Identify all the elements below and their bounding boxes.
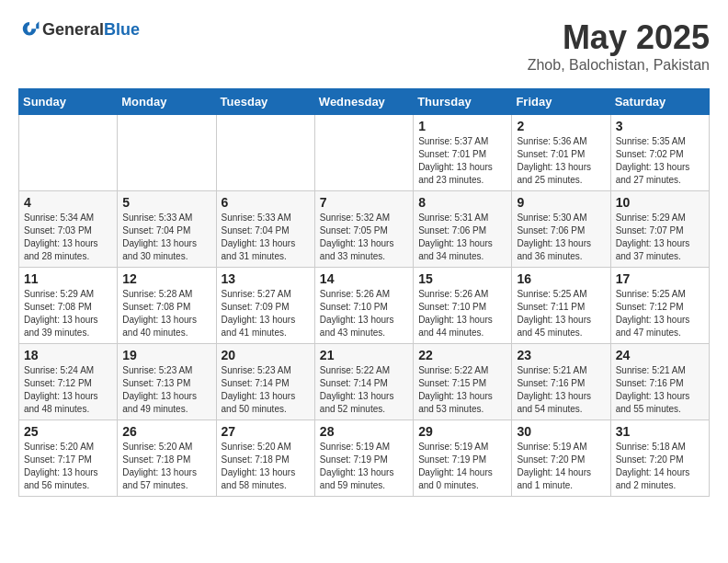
day-number: 14 [320, 271, 408, 286]
day-info: Sunrise: 5:21 AM Sunset: 7:16 PM Dayligh… [616, 364, 704, 416]
week-row-5: 25Sunrise: 5:20 AM Sunset: 7:17 PM Dayli… [19, 420, 710, 497]
weekday-header-monday: Monday [118, 89, 216, 115]
week-row-1: 1Sunrise: 5:37 AM Sunset: 7:01 PM Daylig… [19, 115, 710, 191]
day-info: Sunrise: 5:25 AM Sunset: 7:11 PM Dayligh… [517, 288, 605, 339]
week-row-3: 11Sunrise: 5:29 AM Sunset: 7:08 PM Dayli… [19, 268, 710, 344]
day-info: Sunrise: 5:37 AM Sunset: 7:01 PM Dayligh… [418, 135, 506, 187]
weekday-header-sunday: Sunday [19, 89, 118, 115]
day-number: 10 [616, 195, 704, 210]
location-title: Zhob, Balochistan, Pakistan [528, 57, 710, 74]
day-cell-19: 19Sunrise: 5:23 AM Sunset: 7:13 PM Dayli… [118, 344, 216, 420]
day-info: Sunrise: 5:34 AM Sunset: 7:03 PM Dayligh… [24, 212, 112, 263]
weekday-header-saturday: Saturday [610, 89, 709, 115]
calendar-table: SundayMondayTuesdayWednesdayThursdayFrid… [18, 88, 710, 497]
day-info: Sunrise: 5:19 AM Sunset: 7:19 PM Dayligh… [418, 441, 506, 492]
day-info: Sunrise: 5:23 AM Sunset: 7:13 PM Dayligh… [122, 364, 210, 416]
day-number: 20 [222, 348, 310, 362]
logo: GeneralBlue [18, 18, 140, 40]
day-number: 25 [24, 424, 112, 439]
day-info: Sunrise: 5:32 AM Sunset: 7:05 PM Dayligh… [320, 212, 408, 263]
week-row-4: 18Sunrise: 5:24 AM Sunset: 7:12 PM Dayli… [19, 344, 710, 420]
day-number: 6 [222, 195, 310, 210]
day-number: 18 [24, 348, 112, 362]
day-number: 27 [222, 424, 310, 439]
day-number: 1 [418, 119, 506, 133]
week-row-2: 4Sunrise: 5:34 AM Sunset: 7:03 PM Daylig… [19, 191, 710, 268]
day-info: Sunrise: 5:19 AM Sunset: 7:20 PM Dayligh… [517, 441, 605, 492]
day-info: Sunrise: 5:25 AM Sunset: 7:12 PM Dayligh… [616, 288, 704, 339]
day-cell-10: 10Sunrise: 5:29 AM Sunset: 7:07 PM Dayli… [610, 191, 709, 268]
day-cell-3: 3Sunrise: 5:35 AM Sunset: 7:02 PM Daylig… [610, 115, 709, 191]
day-cell-5: 5Sunrise: 5:33 AM Sunset: 7:04 PM Daylig… [118, 191, 216, 268]
day-info: Sunrise: 5:29 AM Sunset: 7:07 PM Dayligh… [616, 212, 704, 263]
day-cell-8: 8Sunrise: 5:31 AM Sunset: 7:06 PM Daylig… [414, 191, 512, 268]
day-cell-26: 26Sunrise: 5:20 AM Sunset: 7:18 PM Dayli… [118, 420, 216, 497]
logo-general-text: General [42, 20, 104, 39]
day-number: 15 [418, 271, 506, 286]
day-number: 17 [616, 271, 704, 286]
empty-cell [118, 115, 216, 191]
day-number: 9 [517, 195, 605, 210]
day-cell-16: 16Sunrise: 5:25 AM Sunset: 7:11 PM Dayli… [512, 268, 610, 344]
day-cell-17: 17Sunrise: 5:25 AM Sunset: 7:12 PM Dayli… [610, 268, 709, 344]
day-number: 3 [616, 119, 704, 133]
day-number: 11 [24, 271, 112, 286]
weekday-header-wednesday: Wednesday [314, 89, 413, 115]
day-info: Sunrise: 5:33 AM Sunset: 7:04 PM Dayligh… [222, 212, 310, 263]
day-cell-14: 14Sunrise: 5:26 AM Sunset: 7:10 PM Dayli… [314, 268, 413, 344]
weekday-header-row: SundayMondayTuesdayWednesdayThursdayFrid… [19, 89, 710, 115]
weekday-header-friday: Friday [512, 89, 610, 115]
day-info: Sunrise: 5:18 AM Sunset: 7:20 PM Dayligh… [616, 441, 704, 492]
day-number: 19 [122, 348, 210, 362]
day-info: Sunrise: 5:22 AM Sunset: 7:14 PM Dayligh… [320, 364, 408, 416]
day-info: Sunrise: 5:22 AM Sunset: 7:15 PM Dayligh… [418, 364, 506, 416]
day-number: 31 [616, 424, 704, 439]
day-info: Sunrise: 5:35 AM Sunset: 7:02 PM Dayligh… [616, 135, 704, 187]
day-cell-12: 12Sunrise: 5:28 AM Sunset: 7:08 PM Dayli… [118, 268, 216, 344]
day-number: 21 [320, 348, 408, 362]
day-info: Sunrise: 5:27 AM Sunset: 7:09 PM Dayligh… [222, 288, 310, 339]
day-cell-15: 15Sunrise: 5:26 AM Sunset: 7:10 PM Dayli… [414, 268, 512, 344]
logo-icon [18, 18, 40, 40]
day-cell-28: 28Sunrise: 5:19 AM Sunset: 7:19 PM Dayli… [314, 420, 413, 497]
day-cell-27: 27Sunrise: 5:20 AM Sunset: 7:18 PM Dayli… [216, 420, 314, 497]
day-number: 2 [517, 119, 605, 133]
day-info: Sunrise: 5:26 AM Sunset: 7:10 PM Dayligh… [418, 288, 506, 339]
day-cell-7: 7Sunrise: 5:32 AM Sunset: 7:05 PM Daylig… [314, 191, 413, 268]
day-cell-6: 6Sunrise: 5:33 AM Sunset: 7:04 PM Daylig… [216, 191, 314, 268]
day-number: 7 [320, 195, 408, 210]
day-info: Sunrise: 5:20 AM Sunset: 7:18 PM Dayligh… [122, 441, 210, 492]
month-title: May 2025 [528, 18, 710, 57]
day-number: 26 [122, 424, 210, 439]
weekday-header-tuesday: Tuesday [216, 89, 314, 115]
day-number: 4 [24, 195, 112, 210]
day-info: Sunrise: 5:20 AM Sunset: 7:17 PM Dayligh… [24, 441, 112, 492]
day-info: Sunrise: 5:24 AM Sunset: 7:12 PM Dayligh… [24, 364, 112, 416]
day-cell-30: 30Sunrise: 5:19 AM Sunset: 7:20 PM Dayli… [512, 420, 610, 497]
empty-cell [19, 115, 118, 191]
day-cell-31: 31Sunrise: 5:18 AM Sunset: 7:20 PM Dayli… [610, 420, 709, 497]
day-number: 8 [418, 195, 506, 210]
day-cell-29: 29Sunrise: 5:19 AM Sunset: 7:19 PM Dayli… [414, 420, 512, 497]
day-info: Sunrise: 5:23 AM Sunset: 7:14 PM Dayligh… [222, 364, 310, 416]
page-header: GeneralBlue May 2025 Zhob, Balochistan, … [18, 18, 710, 74]
day-cell-18: 18Sunrise: 5:24 AM Sunset: 7:12 PM Dayli… [19, 344, 118, 420]
day-cell-4: 4Sunrise: 5:34 AM Sunset: 7:03 PM Daylig… [19, 191, 118, 268]
day-cell-1: 1Sunrise: 5:37 AM Sunset: 7:01 PM Daylig… [414, 115, 512, 191]
day-number: 23 [517, 348, 605, 362]
day-cell-13: 13Sunrise: 5:27 AM Sunset: 7:09 PM Dayli… [216, 268, 314, 344]
day-info: Sunrise: 5:33 AM Sunset: 7:04 PM Dayligh… [122, 212, 210, 263]
day-cell-11: 11Sunrise: 5:29 AM Sunset: 7:08 PM Dayli… [19, 268, 118, 344]
day-info: Sunrise: 5:21 AM Sunset: 7:16 PM Dayligh… [517, 364, 605, 416]
day-info: Sunrise: 5:30 AM Sunset: 7:06 PM Dayligh… [517, 212, 605, 263]
day-number: 22 [418, 348, 506, 362]
day-number: 16 [517, 271, 605, 286]
empty-cell [216, 115, 314, 191]
day-cell-24: 24Sunrise: 5:21 AM Sunset: 7:16 PM Dayli… [610, 344, 709, 420]
day-info: Sunrise: 5:19 AM Sunset: 7:19 PM Dayligh… [320, 441, 408, 492]
day-number: 5 [122, 195, 210, 210]
weekday-header-thursday: Thursday [414, 89, 512, 115]
empty-cell [314, 115, 413, 191]
title-area: May 2025 Zhob, Balochistan, Pakistan [528, 18, 710, 74]
day-info: Sunrise: 5:36 AM Sunset: 7:01 PM Dayligh… [517, 135, 605, 187]
